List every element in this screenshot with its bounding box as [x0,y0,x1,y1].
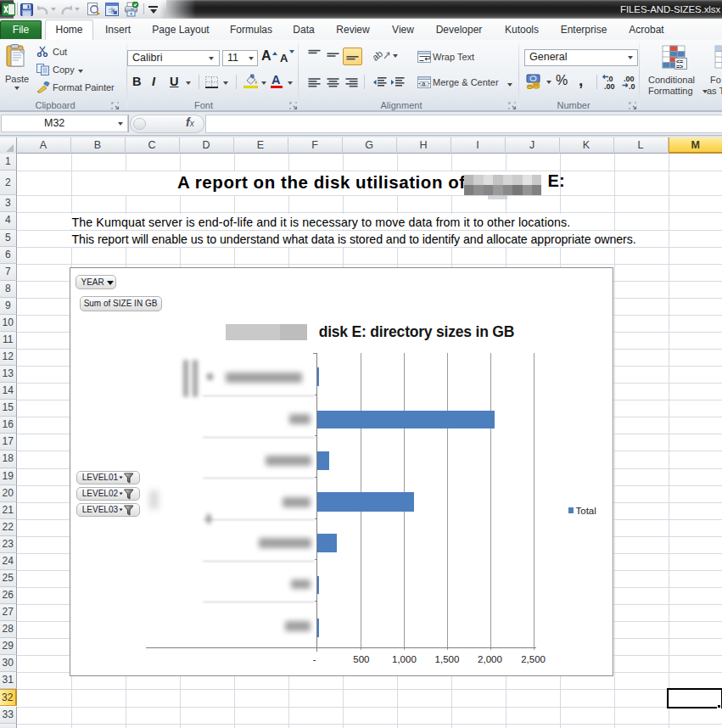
svg-text:.00: .00 [604,82,615,90]
svg-text:=>: => [676,64,683,70]
svg-text:.0: .0 [629,82,635,90]
svg-text:ab: ab [373,48,384,62]
